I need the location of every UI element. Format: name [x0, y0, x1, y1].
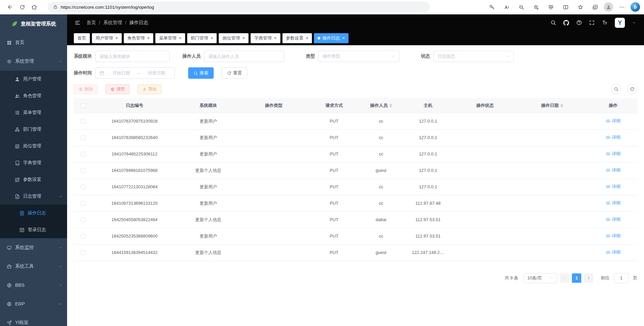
chevron-down-icon[interactable]	[632, 21, 636, 25]
row-checkbox[interactable]	[81, 217, 86, 222]
detail-link[interactable]: 详细	[606, 233, 621, 239]
sidebar-item-bbs[interactable]: BBS	[0, 276, 67, 295]
tab-岗位管理[interactable]: 岗位管理×	[219, 33, 249, 43]
toggle-search-button[interactable]	[611, 84, 621, 94]
sidebar-item-role[interactable]: 角色管理	[0, 87, 67, 104]
row-checkbox[interactable]	[81, 152, 86, 156]
select-all-checkbox[interactable]	[81, 104, 86, 108]
page-size-select[interactable]: 10条/页	[524, 273, 557, 283]
goto-page-input[interactable]	[614, 273, 629, 283]
sidebar-item-monitor[interactable]: 系统监控	[0, 238, 67, 257]
add-favorite-button[interactable]	[530, 1, 542, 13]
tab-首页[interactable]: 首页	[74, 33, 90, 43]
page-1-button[interactable]: 1	[572, 273, 581, 283]
date-range-picker[interactable]: 开始日期 - 结束日期	[95, 67, 175, 79]
zoom-out-button[interactable]	[515, 1, 527, 13]
collections-button[interactable]	[589, 1, 601, 13]
refresh-icon	[227, 71, 231, 75]
user-menu-button[interactable]: Y	[615, 18, 625, 28]
reset-button[interactable]: 重置	[222, 67, 247, 79]
refresh-table-button[interactable]	[627, 84, 637, 94]
type-select[interactable]: 操作类型	[318, 51, 399, 62]
tab-close-icon[interactable]: ×	[242, 36, 245, 40]
detail-link[interactable]: 详细	[606, 249, 621, 255]
column-header-operator[interactable]: 操作人员	[361, 98, 401, 113]
sidebar-item-loginlog[interactable]: 登录日志	[0, 221, 67, 238]
row-checkbox[interactable]	[81, 201, 86, 206]
detail-link[interactable]: 详细	[606, 151, 621, 157]
prev-page-button[interactable]	[560, 273, 569, 283]
tab-部门管理[interactable]: 部门管理×	[187, 33, 217, 43]
sidebar-item-tools[interactable]: 系统工具	[0, 257, 67, 276]
tab-close-icon[interactable]: ×	[179, 36, 181, 40]
help-button[interactable]	[576, 20, 582, 25]
module-input[interactable]	[100, 54, 165, 59]
sidebar-item-yi[interactable]: Yi框架	[0, 313, 67, 326]
next-page-button[interactable]	[584, 273, 593, 283]
browser-essentials-button[interactable]	[545, 1, 557, 13]
operator-input[interactable]	[208, 54, 280, 59]
favorites-button[interactable]	[574, 1, 586, 13]
profile-avatar[interactable]	[604, 2, 613, 12]
column-header-date[interactable]: 操作日期	[515, 98, 589, 113]
browser-menu-button[interactable]	[616, 1, 628, 13]
clear-button[interactable]: 清空	[106, 84, 129, 94]
font-size-button[interactable]	[602, 20, 608, 26]
row-checkbox[interactable]	[81, 119, 86, 124]
tab-close-icon[interactable]: ×	[306, 36, 309, 40]
delete-button[interactable]: 删除	[74, 84, 98, 94]
status-select[interactable]: 日志状态	[433, 51, 514, 62]
tab-close-icon[interactable]: ×	[147, 36, 150, 40]
address-bar[interactable]: https://ccnetcore.com:1101/system/log/op…	[48, 2, 430, 12]
sidebar-collapse-button[interactable]	[74, 20, 80, 26]
tab-操作日志[interactable]: 操作日志×	[314, 33, 348, 43]
tab-close-icon[interactable]: ×	[342, 36, 345, 40]
browser-reload-button[interactable]	[16, 1, 28, 13]
detail-link[interactable]: 详细	[606, 167, 621, 173]
detail-link[interactable]: 详细	[606, 118, 621, 124]
sidebar-item-home[interactable]: 首页	[0, 33, 67, 52]
tab-字典管理[interactable]: 字典管理×	[251, 33, 280, 43]
fullscreen-button[interactable]	[589, 20, 595, 25]
search-button[interactable]: 搜索	[188, 67, 214, 79]
bing-sidebar-button[interactable]: b	[631, 2, 640, 12]
breadcrumb-home[interactable]: 首页	[87, 20, 96, 26]
detail-link[interactable]: 详细	[606, 184, 621, 190]
password-button[interactable]	[486, 1, 498, 13]
sort-icon[interactable]	[560, 104, 563, 108]
detail-link[interactable]: 详细	[606, 200, 621, 206]
export-button[interactable]: 导出	[138, 84, 161, 94]
tab-close-icon[interactable]: ×	[115, 36, 118, 40]
detail-link[interactable]: 详细	[606, 134, 621, 140]
header-search-button[interactable]	[550, 20, 556, 25]
app-logo[interactable]: 意框架管理系统	[0, 14, 67, 33]
row-checkbox[interactable]	[81, 234, 86, 239]
sidebar-item-menu[interactable]: 菜单管理	[0, 104, 67, 121]
tab-角色管理[interactable]: 角色管理×	[124, 33, 154, 43]
browser-home-button[interactable]	[28, 1, 40, 13]
row-checkbox[interactable]	[81, 135, 86, 140]
github-button[interactable]	[563, 20, 569, 26]
tab-close-icon[interactable]: ×	[211, 36, 213, 40]
read-aloud-button[interactable]	[500, 1, 513, 13]
row-checkbox[interactable]	[81, 250, 86, 255]
sidebar-item-system[interactable]: 系统管理	[0, 52, 67, 71]
detail-link[interactable]: 详细	[606, 216, 621, 222]
sidebar-item-param[interactable]: 参数设置	[0, 171, 67, 188]
tab-用户管理[interactable]: 用户管理×	[92, 33, 122, 43]
split-screen-button[interactable]	[559, 1, 572, 13]
sidebar-item-erp[interactable]: ERP	[0, 295, 67, 313]
sidebar-item-dict[interactable]: 字典管理	[0, 154, 67, 171]
browser-back-button[interactable]	[4, 1, 16, 13]
sidebar-item-operlog[interactable]: 操作日志	[0, 205, 67, 221]
sidebar-item-user[interactable]: 用户管理	[0, 71, 67, 87]
sidebar-item-logmgr[interactable]: 日志管理	[0, 188, 67, 205]
sort-icon[interactable]	[389, 104, 392, 108]
sidebar-item-dept[interactable]: 部门管理	[0, 121, 67, 138]
tab-close-icon[interactable]: ×	[274, 36, 277, 40]
row-checkbox[interactable]	[81, 168, 86, 173]
sidebar-item-post[interactable]: 岗位管理	[0, 138, 67, 154]
tab-参数设置[interactable]: 参数设置×	[282, 33, 312, 43]
tab-菜单管理[interactable]: 菜单管理×	[155, 33, 185, 43]
row-checkbox[interactable]	[81, 185, 86, 189]
